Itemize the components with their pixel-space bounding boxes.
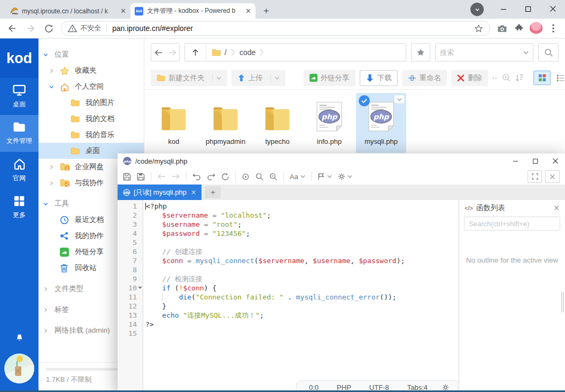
line-number[interactable]: 4 [118,229,143,238]
extensions-puzzle-icon[interactable] [512,21,527,36]
chevron-down-icon[interactable] [49,84,60,89]
editor-tab-mysqli[interactable]: php [只读] mysqli.php ✕ [118,185,202,200]
line-number[interactable]: 9 [118,274,143,283]
line-number[interactable]: 6 [118,247,143,256]
more-actions-icon[interactable] [492,71,498,85]
function-search-input[interactable] [464,217,560,230]
security-warning-icon[interactable] [68,24,77,33]
editor-maximize-button[interactable] [525,154,545,168]
tree-item[interactable]: 我的图片 [38,95,144,111]
nav-forward-button[interactable] [172,173,180,180]
save-button[interactable] [123,173,131,181]
window-minimize-button[interactable] [491,0,516,18]
fold-chevron-icon[interactable] [138,287,142,291]
list-view-button[interactable] [552,71,565,85]
chevron-down-icon[interactable] [270,74,280,82]
file-item-typecho[interactable]: typecho [252,93,303,153]
code-area[interactable]: <?php $servername = "localhost"; $userna… [143,200,459,392]
item-menu-chevron-icon[interactable] [394,95,404,103]
editor-scrollbar[interactable] [561,292,564,312]
line-number[interactable]: 2 [118,211,143,220]
new-editor-tab-button[interactable]: ＋ [205,186,221,198]
line-number[interactable]: 7 [118,256,143,265]
zoom-icon[interactable] [502,71,511,85]
line-number[interactable]: 14 [118,320,143,329]
code-line[interactable] [143,238,459,247]
window-maximize-button[interactable] [516,0,540,18]
code-line[interactable] [143,329,459,338]
browser-tab-kodbox[interactable]: kod 文件管理 - kodbox - Powered b ✕ [130,3,256,19]
chevron-down-icon[interactable] [43,52,55,57]
code-line[interactable] [143,265,459,274]
file-item-mysqli.php[interactable]: phpmysqli.php [356,93,406,153]
close-icon[interactable]: ✕ [553,204,560,212]
editor-close-button[interactable] [545,154,565,168]
reload-button[interactable] [41,20,57,36]
theme-button[interactable] [318,173,332,180]
line-number[interactable]: 15 [118,329,143,338]
editor-title-bar[interactable]: php /code/mysqli.php [118,153,565,168]
tree-item[interactable]: 个人空间 [38,79,144,95]
chevron-down-icon[interactable] [212,74,221,82]
new-folder-button[interactable]: 新建文件夹 [151,70,227,86]
search-box[interactable] [435,43,533,62]
undo-icon[interactable] [192,173,201,180]
browser-menu-icon[interactable] [546,21,561,36]
editor-settings-button[interactable] [338,173,352,180]
share-link-button[interactable]: 外链分享 [304,70,355,86]
chevron-right-icon[interactable] [49,165,60,170]
nav-back-button[interactable] [157,173,166,180]
tab-close-icon[interactable]: ✕ [245,7,251,15]
code-line[interactable]: ?> [143,320,459,329]
download-button[interactable]: 下载 [360,70,398,86]
fullscreen-button[interactable] [528,170,542,183]
code-line[interactable]: $servername = "localhost"; [143,211,459,220]
breadcrumb-root[interactable]: / [225,48,227,57]
refresh-icon[interactable] [221,173,229,181]
code-line[interactable]: $conn = mysqli_connect($servername, $use… [143,256,459,265]
url-text[interactable]: pan.iproute.cn/#explorer [112,24,193,33]
breadcrumb-folder[interactable]: code [239,48,256,57]
notifications-bell-icon[interactable] [15,333,24,343]
new-tab-button[interactable]: ＋ [259,3,274,18]
selected-check-icon[interactable] [359,95,370,106]
history-back-button[interactable] [151,44,165,61]
tree-section[interactable]: 位置 [38,47,144,63]
window-close-button[interactable] [540,0,565,18]
chevron-right-icon[interactable] [49,181,60,186]
sidebar-item-desktop[interactable]: 桌面 [0,78,38,115]
line-number[interactable]: 5 [118,238,143,247]
media-controls-button[interactable] [470,3,484,16]
delete-button[interactable]: 删除 [451,70,488,86]
line-number[interactable]: 11 [118,293,143,302]
file-item-phpmyadmin[interactable]: phpmyadmin [200,93,251,153]
code-line[interactable]: $password = "123456"; [143,229,459,238]
code-line[interactable]: if (!$conn) { [143,283,459,293]
security-label[interactable]: 不安全 [80,24,101,33]
forward-button[interactable] [22,20,38,36]
redo-icon[interactable] [207,173,215,180]
chevron-right-icon[interactable] [43,308,55,312]
goto-location-icon[interactable] [242,173,250,181]
code-line[interactable]: } [143,302,459,311]
line-number[interactable]: 13 [118,311,143,320]
tab-close-icon[interactable]: ✕ [191,189,196,196]
rename-button[interactable]: 重命名 [402,70,447,86]
back-button[interactable] [4,20,20,36]
replace-icon[interactable] [269,173,277,181]
search-icon[interactable] [256,173,264,181]
up-folder-button[interactable] [185,44,206,61]
chevron-right-icon[interactable] [49,68,60,73]
line-number[interactable]: 1 [118,202,143,211]
file-item-kod[interactable]: kod [149,93,199,153]
font-size-button[interactable]: Aa [290,173,305,181]
line-number[interactable]: 8 [118,265,143,274]
code-line[interactable]: die("Connection failed: " . mysqli_conne… [143,293,459,302]
panel-close-button[interactable] [545,170,560,183]
code-line[interactable]: // 创建连接 [143,247,459,256]
tab-close-icon[interactable]: ✕ [120,7,126,15]
sidebar-item-file-manager[interactable]: 文件管理 [0,115,38,152]
search-input[interactable] [440,49,520,57]
editor-minimize-button[interactable] [506,154,525,168]
chevron-down-icon[interactable] [43,202,55,206]
